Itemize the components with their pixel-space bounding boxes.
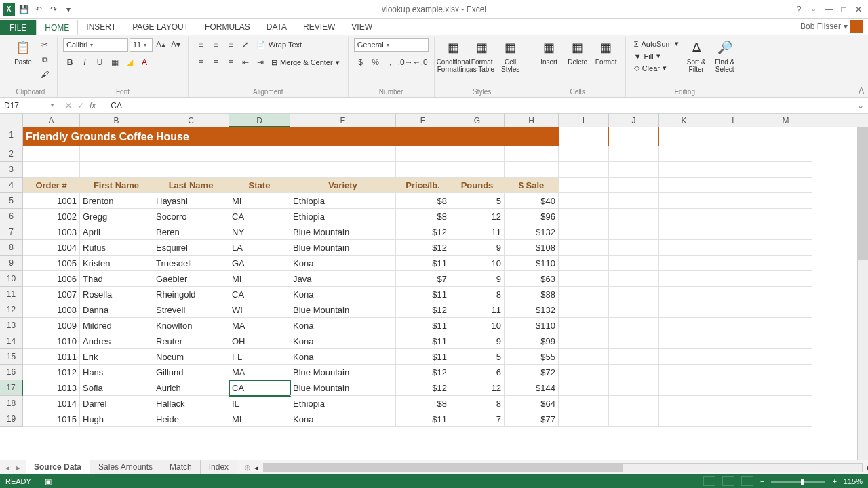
- cell[interactable]: [709, 380, 760, 396]
- autosum-button[interactable]: Σ AutoSum ▾: [631, 38, 682, 49]
- sort-filter-button[interactable]: ᐃSort & Filter: [683, 38, 710, 73]
- cell[interactable]: [153, 162, 229, 178]
- data-cell[interactable]: $63: [505, 271, 559, 287]
- merge-center-button[interactable]: ⊟Merge & Center▾: [269, 56, 342, 69]
- redo-icon[interactable]: ↷: [47, 3, 60, 16]
- cell[interactable]: [760, 178, 812, 193]
- data-cell[interactable]: 1004: [23, 240, 80, 256]
- vertical-scrollbar[interactable]: [857, 127, 868, 460]
- data-cell[interactable]: 7: [450, 411, 505, 427]
- data-cell[interactable]: MI: [229, 193, 290, 209]
- row-header[interactable]: 11: [0, 287, 23, 302]
- data-cell[interactable]: 5: [450, 349, 505, 365]
- data-cell[interactable]: Blue Mountain: [290, 302, 396, 318]
- cell[interactable]: [760, 318, 812, 333]
- cell[interactable]: [559, 411, 609, 427]
- cell[interactable]: [80, 146, 153, 162]
- data-cell[interactable]: Danna: [80, 302, 153, 318]
- data-cell[interactable]: Sofia: [80, 380, 153, 396]
- copy-button[interactable]: ⧉: [38, 53, 52, 66]
- data-cell[interactable]: 5: [450, 193, 505, 209]
- undo-icon[interactable]: ↶: [33, 3, 45, 16]
- decrease-decimal-button[interactable]: ←.0: [414, 56, 427, 69]
- cell[interactable]: [760, 287, 812, 302]
- data-cell[interactable]: Kona: [290, 287, 396, 302]
- cell[interactable]: [760, 127, 812, 146]
- row-header[interactable]: 17: [0, 380, 23, 396]
- row-header[interactable]: 18: [0, 396, 23, 411]
- cell[interactable]: [760, 162, 812, 178]
- row-header[interactable]: 5: [0, 193, 23, 209]
- orientation-button[interactable]: ⤢: [239, 38, 252, 52]
- cell[interactable]: [760, 224, 812, 240]
- data-cell[interactable]: 8: [450, 287, 505, 302]
- data-cell[interactable]: Blue Mountain: [290, 224, 396, 240]
- cell[interactable]: [760, 365, 812, 380]
- data-cell[interactable]: Socorro: [153, 209, 229, 224]
- data-cell[interactable]: $12: [396, 302, 450, 318]
- page-break-view-button[interactable]: [741, 476, 753, 486]
- data-cell[interactable]: 1014: [23, 396, 80, 411]
- data-cell[interactable]: $96: [505, 209, 559, 224]
- conditional-formatting-button[interactable]: ▦Conditional Formatting: [440, 38, 467, 73]
- table-header[interactable]: Pounds: [450, 178, 505, 193]
- data-cell[interactable]: $132: [505, 302, 559, 318]
- data-cell[interactable]: 9: [450, 271, 505, 287]
- ribbon-tab-formulas[interactable]: FORMULAS: [197, 20, 258, 35]
- cell[interactable]: [709, 396, 760, 411]
- data-cell[interactable]: 1010: [23, 333, 80, 349]
- data-cell[interactable]: 1009: [23, 318, 80, 333]
- cell[interactable]: [153, 146, 229, 162]
- column-header[interactable]: G: [450, 114, 505, 127]
- data-cell[interactable]: 1007: [23, 287, 80, 302]
- data-cell[interactable]: MI: [229, 271, 290, 287]
- cell[interactable]: [709, 127, 760, 146]
- column-header[interactable]: I: [559, 114, 609, 127]
- column-header[interactable]: L: [709, 114, 760, 127]
- cell[interactable]: [709, 318, 760, 333]
- column-header[interactable]: H: [505, 114, 559, 127]
- cell[interactable]: [659, 256, 709, 271]
- data-cell[interactable]: $12: [396, 240, 450, 256]
- row-header[interactable]: 16: [0, 365, 23, 380]
- data-cell[interactable]: Gaebler: [153, 271, 229, 287]
- data-cell[interactable]: Andres: [80, 333, 153, 349]
- data-cell[interactable]: Knowlton: [153, 318, 229, 333]
- cell[interactable]: [229, 146, 290, 162]
- file-tab[interactable]: FILE: [0, 20, 36, 35]
- qat-customize-icon[interactable]: ▾: [62, 3, 75, 16]
- data-cell[interactable]: $110: [505, 256, 559, 271]
- row-header[interactable]: 2: [0, 146, 23, 162]
- data-cell[interactable]: 9: [450, 333, 505, 349]
- sheet-tab[interactable]: Index: [201, 460, 237, 475]
- column-header[interactable]: F: [396, 114, 450, 127]
- cell[interactable]: [709, 271, 760, 287]
- data-cell[interactable]: Kona: [290, 349, 396, 365]
- fx-icon[interactable]: fx: [90, 101, 100, 110]
- data-cell[interactable]: 1005: [23, 256, 80, 271]
- data-cell[interactable]: Rufus: [80, 240, 153, 256]
- cell[interactable]: [559, 256, 609, 271]
- data-cell[interactable]: Hayashi: [153, 193, 229, 209]
- cell[interactable]: [609, 380, 659, 396]
- cell[interactable]: [559, 380, 609, 396]
- data-cell[interactable]: $110: [505, 318, 559, 333]
- sheet-nav-next-icon[interactable]: ▸: [16, 463, 20, 472]
- cell[interactable]: [450, 162, 505, 178]
- data-cell[interactable]: Kona: [290, 256, 396, 271]
- cell[interactable]: [609, 411, 659, 427]
- cell[interactable]: [559, 146, 609, 162]
- cell[interactable]: [559, 318, 609, 333]
- data-cell[interactable]: $11: [396, 333, 450, 349]
- table-header[interactable]: Variety: [290, 178, 396, 193]
- data-cell[interactable]: $144: [505, 380, 559, 396]
- data-cell[interactable]: Reuter: [153, 333, 229, 349]
- wrap-text-button[interactable]: 📄Wrap Text: [254, 38, 304, 52]
- cell[interactable]: [760, 256, 812, 271]
- column-header[interactable]: E: [290, 114, 396, 127]
- data-cell[interactable]: $64: [505, 396, 559, 411]
- align-top-button[interactable]: ≡: [194, 38, 208, 52]
- table-header[interactable]: First Name: [80, 178, 153, 193]
- formula-input[interactable]: CA: [106, 101, 853, 110]
- cell[interactable]: [505, 162, 559, 178]
